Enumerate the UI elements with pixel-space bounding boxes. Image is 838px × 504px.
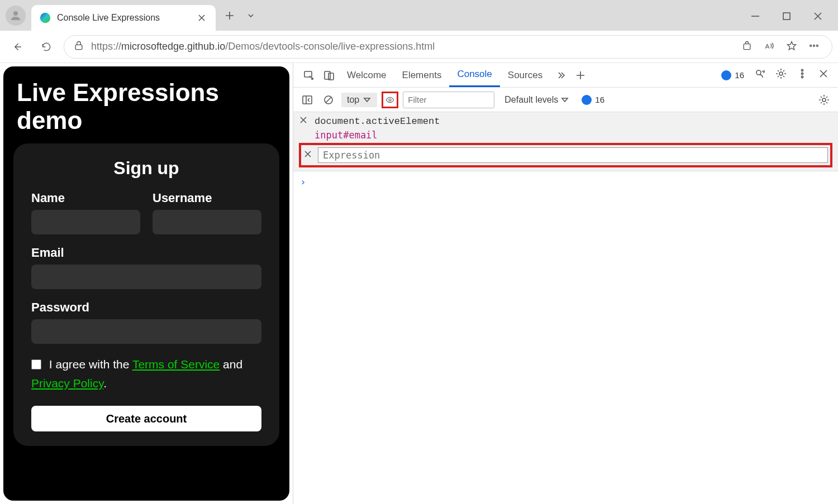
tab-sources[interactable]: Sources: [500, 63, 550, 87]
devtools-panel: Welcome Elements Console Sources 16 top …: [293, 63, 838, 504]
url-text: https://microsoftedge.github.io/Demos/de…: [91, 41, 435, 52]
svg-point-13: [779, 72, 783, 75]
live-expression-block: document.activeElement input#email: [293, 112, 838, 171]
form-title: Sign up: [31, 158, 261, 179]
add-tab-icon[interactable]: [570, 70, 591, 81]
console-settings-icon[interactable]: [816, 92, 832, 108]
svg-rect-2: [783, 13, 790, 20]
username-label: Username: [153, 191, 261, 205]
svg-point-8: [816, 45, 818, 46]
privacy-link[interactable]: Privacy Policy: [31, 377, 103, 390]
svg-point-16: [801, 76, 803, 78]
signup-card: Sign up Name Username Email Pa: [13, 143, 279, 446]
terms-row: I agree with the Terms of Service and Pr…: [31, 355, 261, 392]
remove-new-expression-icon[interactable]: [303, 150, 313, 161]
shopping-icon[interactable]: [741, 40, 753, 54]
email-label: Email: [31, 246, 261, 260]
tab-elements[interactable]: Elements: [394, 63, 450, 87]
tab-title: Console Live Expressions: [57, 13, 196, 23]
filter-input[interactable]: [403, 92, 494, 108]
minimize-button[interactable]: [750, 11, 760, 21]
svg-rect-17: [303, 96, 312, 104]
username-field[interactable]: [153, 210, 261, 234]
svg-point-15: [801, 73, 803, 74]
more-menu-icon[interactable]: [808, 40, 820, 54]
svg-rect-11: [328, 73, 334, 80]
svg-point-20: [822, 98, 826, 102]
browser-tab[interactable]: Console Live Expressions: [31, 5, 216, 31]
tab-actions-button[interactable]: [241, 6, 260, 25]
address-bar: https://microsoftedge.github.io/Demos/de…: [0, 31, 838, 63]
clear-console-icon[interactable]: [320, 92, 337, 108]
svg-rect-3: [75, 45, 82, 49]
back-button[interactable]: [6, 35, 29, 59]
context-selector[interactable]: top: [341, 93, 377, 107]
log-levels-selector[interactable]: Default levels: [504, 95, 569, 105]
maximize-button[interactable]: [781, 11, 791, 21]
svg-point-0: [13, 11, 18, 16]
password-label: Password: [31, 300, 261, 315]
devtools-menu-icon[interactable]: [797, 68, 808, 82]
svg-point-19: [389, 99, 391, 101]
inspect-element-icon[interactable]: [299, 70, 319, 81]
tos-link[interactable]: Terms of Service: [132, 358, 220, 371]
settings-icon[interactable]: [775, 68, 787, 82]
page-content: Live Expressions demo Sign up Name Usern…: [0, 63, 293, 504]
password-field[interactable]: [31, 319, 261, 344]
console-prompt-icon: ›: [300, 176, 306, 188]
tab-console[interactable]: Console: [449, 63, 499, 87]
svg-text:A: A: [765, 42, 770, 50]
email-field[interactable]: [31, 265, 261, 289]
window-controls: [750, 11, 832, 21]
device-toolbar-icon[interactable]: [319, 70, 339, 81]
svg-point-14: [801, 69, 803, 71]
profile-avatar[interactable]: [6, 6, 26, 26]
remove-live-expression-icon[interactable]: [299, 116, 309, 127]
svg-rect-4: [744, 44, 750, 49]
read-aloud-icon[interactable]: A: [764, 40, 775, 54]
agree-checkbox[interactable]: [31, 359, 41, 369]
devtools-tab-bar: Welcome Elements Console Sources 16: [293, 63, 838, 88]
page-heading: Live Expressions demo: [17, 79, 276, 135]
console-toolbar: top Default levels 16: [293, 88, 838, 112]
live-expression-icon[interactable]: [382, 92, 398, 108]
refresh-button[interactable]: [35, 35, 58, 59]
live-expression-text[interactable]: document.activeElement: [315, 116, 440, 127]
name-field[interactable]: [31, 210, 140, 234]
tab-welcome[interactable]: Welcome: [339, 63, 394, 87]
toggle-sidebar-icon[interactable]: [299, 92, 316, 108]
new-live-expression-input[interactable]: [318, 147, 828, 163]
live-expression-value: input#email: [315, 129, 832, 141]
create-account-button[interactable]: Create account: [31, 406, 261, 431]
site-info-icon[interactable]: [73, 40, 84, 54]
toolbar-issues-badge[interactable]: 16: [582, 95, 604, 105]
url-box[interactable]: https://microsoftedge.github.io/Demos/de…: [64, 35, 832, 59]
console-output[interactable]: ›: [293, 171, 838, 504]
agree-text-prefix: I agree with the: [49, 358, 132, 371]
close-window-button[interactable]: [812, 11, 822, 21]
svg-rect-10: [325, 71, 330, 79]
new-tab-button[interactable]: [220, 6, 239, 25]
svg-point-1: [40, 13, 50, 23]
edge-icon: [39, 12, 51, 24]
svg-point-7: [813, 45, 815, 46]
tab-close-button[interactable]: [196, 12, 208, 24]
svg-rect-9: [304, 71, 312, 77]
new-live-expression-highlight: [299, 143, 832, 167]
name-label: Name: [31, 191, 140, 205]
browser-titlebar: Console Live Expressions: [0, 0, 838, 31]
svg-point-6: [810, 45, 812, 46]
svg-point-12: [756, 70, 761, 75]
devtools-close-icon[interactable]: [818, 68, 829, 82]
more-tabs-icon[interactable]: [550, 70, 570, 81]
favorite-icon[interactable]: [786, 40, 797, 54]
feedback-icon[interactable]: [754, 68, 765, 82]
issues-badge[interactable]: 16: [721, 70, 744, 80]
